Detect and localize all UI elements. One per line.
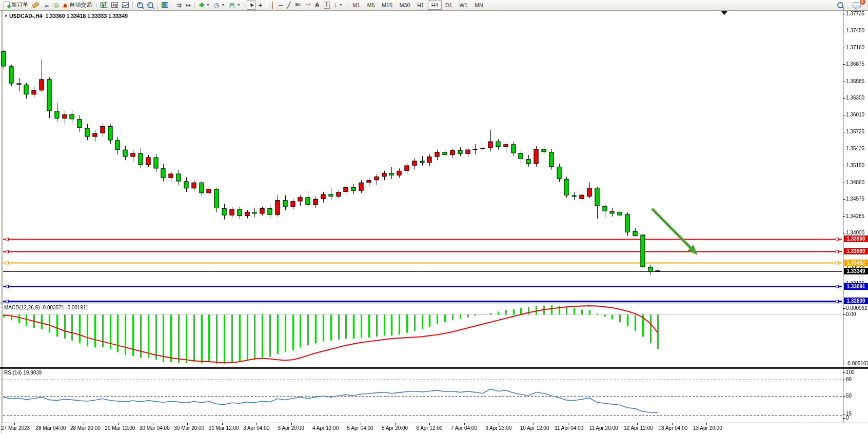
- new-order-label: 新订单: [11, 1, 28, 9]
- crayon-icon: [32, 2, 40, 8]
- price-tick-label: 1.34000: [846, 230, 864, 235]
- price-tick-label: 1.35150: [846, 163, 864, 168]
- chevron-down-icon: ▼: [222, 3, 225, 7]
- zoom-in-button[interactable]: +: [135, 1, 145, 10]
- fibonacci-tool-button[interactable]: ≋E: [293, 1, 304, 10]
- timeframe-mn[interactable]: MN: [471, 1, 486, 10]
- search-icon: [837, 2, 843, 8]
- signals-button[interactable]: ◎: [51, 1, 61, 10]
- indicators-plus-icon: ✚: [199, 2, 204, 8]
- tile-windows-icon: [162, 2, 168, 8]
- toolbar-grip: ┆: [244, 3, 246, 8]
- time-tick-label: 27 Mar 2023: [1, 425, 30, 431]
- price-tick-label: 1.35725: [846, 129, 864, 134]
- auto-scroll-button[interactable]: ⇉: [174, 1, 184, 10]
- time-tick-label: 5 Apr 20:00: [382, 425, 408, 431]
- timeframe-d1[interactable]: D1: [442, 1, 456, 10]
- price-tick-label: 1.34285: [846, 213, 864, 219]
- fibo-fan-icon: ┈F: [306, 2, 311, 8]
- chart-ohlc-values: 1.33360 1.33418 1.33333 1.33349: [46, 13, 128, 19]
- tile-windows-button[interactable]: [160, 1, 170, 10]
- notifications-button[interactable]: 1: [851, 1, 863, 10]
- chevron-down-icon: ▼: [237, 3, 241, 7]
- notification-badge: 1: [859, 0, 866, 5]
- timeframe-w1[interactable]: W1: [456, 1, 471, 10]
- separator: [157, 2, 158, 8]
- crosshair-tool-button[interactable]: +: [256, 1, 264, 10]
- time-tick-label: 28 Mar 20:00: [70, 425, 101, 431]
- time-tick-label: 12 Apr 12:00: [624, 425, 653, 431]
- level-price-label: 1.32839: [844, 298, 868, 304]
- timeframe-m15[interactable]: M15: [378, 1, 396, 10]
- separator: [266, 2, 267, 8]
- separator: [132, 2, 133, 8]
- templates-button[interactable]: ▤▼: [227, 1, 242, 10]
- macd-axis-label: -0.005107: [846, 361, 868, 366]
- time-tick-label: 30 Mar 04:00: [140, 425, 170, 431]
- chart-dropdown-icon[interactable]: ▼: [4, 14, 8, 18]
- time-tick-label: 5 Apr 04:00: [347, 425, 373, 431]
- chart-shift-button[interactable]: ↦: [184, 1, 193, 10]
- time-tick-label: 9 Apr 23:00: [485, 425, 511, 431]
- auto-scroll-icon: ⇉: [176, 2, 182, 8]
- toolbar-grip: ┆: [95, 3, 97, 8]
- current-price-label: 1.33349: [844, 268, 868, 274]
- price-tick-label: 1.36010: [846, 112, 864, 117]
- line-chart-mode-button[interactable]: [120, 1, 131, 10]
- new-order-button[interactable]: ✚ 新订单: [2, 1, 30, 10]
- bar-chart-icon: [101, 2, 107, 8]
- autotrading-icon: [63, 3, 68, 8]
- crosshair-icon: +: [258, 2, 262, 8]
- template-chart-icon: ▤: [229, 2, 234, 8]
- arrows-tool-button[interactable]: ↕▼: [332, 1, 345, 10]
- autotrading-button[interactable]: 自动交易: [61, 1, 94, 10]
- zoom-in-icon: +: [137, 2, 143, 8]
- timeframe-m30[interactable]: M30: [396, 1, 413, 10]
- fibo-fan-tool-button[interactable]: ┈F: [304, 1, 313, 10]
- separator: [194, 2, 195, 8]
- time-tick-label: 4 Apr 12:00: [312, 425, 339, 431]
- label-tool-button[interactable]: T: [322, 1, 332, 10]
- periods-button[interactable]: ◷▼: [212, 1, 227, 10]
- price-tick-label: 1.34860: [846, 180, 864, 185]
- time-tick-label: 30 Mar 20:00: [174, 425, 204, 431]
- cursor-tool-button[interactable]: ➤: [247, 1, 256, 10]
- timeframe-m5[interactable]: M5: [364, 1, 379, 10]
- chart-title[interactable]: ▼USDCAD-,H4 1.33360 1.33418 1.33333 1.33…: [4, 13, 128, 19]
- price-tick-label: 1.36585: [846, 78, 864, 84]
- timeframe-h1[interactable]: H1: [413, 1, 427, 10]
- chart-canvas[interactable]: [0, 0, 868, 434]
- trendline-icon: ╱: [287, 2, 290, 8]
- rsi-axis-label: 100: [846, 369, 855, 375]
- horizontal-line-tool-button[interactable]: ─: [277, 1, 285, 10]
- candle-chart-mode-button[interactable]: [109, 1, 120, 10]
- cloud-profile-icon: ☁: [43, 2, 49, 8]
- bar-chart-mode-button[interactable]: [98, 1, 109, 10]
- level-price-label: 1.33689: [844, 248, 868, 254]
- chart-shift-icon: ↦: [186, 2, 191, 8]
- time-tick-label: 31 Mar 12:00: [209, 425, 239, 431]
- time-tick-label: 11 Apr 04:00: [555, 425, 583, 431]
- time-tick-label: 13 Apr 04:00: [659, 425, 688, 431]
- time-tick-label: 3 Apr 04:00: [243, 425, 269, 431]
- timeframe-m1[interactable]: M1: [349, 1, 364, 10]
- arrows-icon: ↕: [334, 2, 337, 8]
- styler-button[interactable]: [30, 1, 41, 10]
- timeframe-h4[interactable]: H4: [428, 1, 442, 10]
- text-tool-button[interactable]: A: [313, 1, 322, 10]
- trendline-tool-button[interactable]: ╱: [285, 1, 292, 10]
- rsi-indicator-label: RSI(14) 19.9039: [4, 370, 42, 376]
- price-tick-label: 1.36875: [846, 61, 864, 67]
- price-tick-label: 1.35435: [846, 146, 864, 151]
- toolbar-grip: ┆: [346, 3, 348, 8]
- indicators-button[interactable]: ✚▼: [197, 1, 212, 10]
- level-price-label: 1.33900: [844, 235, 868, 242]
- market-watch-button[interactable]: ☁: [41, 1, 51, 10]
- line-chart-icon: [122, 2, 129, 8]
- text-label-icon: T: [324, 2, 330, 9]
- vertical-line-tool-button[interactable]: │: [268, 1, 277, 10]
- zoom-out-button[interactable]: -: [145, 1, 155, 10]
- search-button[interactable]: [835, 1, 845, 10]
- horizontal-line-icon: ─: [279, 2, 283, 8]
- text-icon: A: [315, 2, 320, 8]
